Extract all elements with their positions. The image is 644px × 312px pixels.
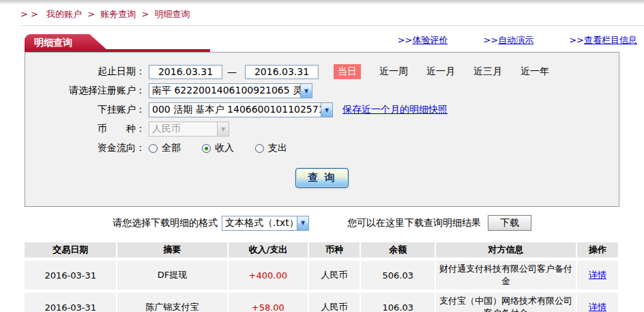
flow-radio[interactable] [149, 144, 158, 153]
end-date-input[interactable] [245, 65, 319, 79]
column-header-counterparty: 对方信息 [436, 242, 575, 257]
registered-account-select[interactable]: 南平 6222001406100921065 灵通卡 ▼ [149, 83, 312, 98]
tab-detail-query: 明细查询 [25, 34, 108, 51]
chevron-down-icon[interactable]: ▼ [300, 84, 312, 98]
cell-date: 2016-03-31 [25, 261, 116, 289]
detail-link[interactable]: 详情 [589, 302, 606, 312]
chevron-down-icon: ▼ [217, 122, 229, 136]
download-result-label: 您可以在这里下载查询明细结果 [347, 217, 481, 229]
download-row: 请您选择下载明细的格式 文本格式（.txt） ▼ 您可以在这里下载查询明细结果 … [0, 215, 644, 231]
quick-range-today[interactable]: 当日 [334, 64, 361, 79]
cell-date: 2016-03-31 [25, 293, 116, 312]
transactions-table: 交易日期 摘要 收入/支出 币种 余额 对方信息 操作 2016-03-31 D… [23, 239, 619, 312]
flow-option-income[interactable]: 收入 [202, 142, 234, 154]
cell-action: 详情 [577, 261, 618, 289]
column-header-amount: 收入/支出 [229, 242, 308, 257]
cell-amount: +400.00 [229, 261, 308, 289]
table-row: 2016-03-31 DF提现 +400.00 人民币 506.03 财付通支付… [25, 261, 618, 289]
top-gradient-bar [0, 0, 644, 5]
cell-balance: 106.03 [361, 293, 435, 312]
sub-account-row: 下挂账户： 000 活期 基本户 1406600101102571848 ▼ 保… [25, 100, 619, 119]
query-form-panel: 起止日期： — 当日 近一周 近一月 近三月 近一年 请选择注册账户： 南平 6… [25, 52, 619, 207]
breadcrumb-prefix: > > [20, 9, 38, 19]
link-auto-demo[interactable]: >>自动演示 [483, 34, 533, 46]
breadcrumb-item-detail-query[interactable]: 明细查询 [154, 9, 190, 19]
flow-radio[interactable] [255, 144, 264, 153]
currency-label: 币 种： [25, 123, 145, 135]
currency-select-disabled: 人民币 ▼ [149, 122, 229, 137]
table-header-row: 交易日期 摘要 收入/支出 币种 余额 对方信息 操作 [25, 242, 618, 257]
cell-amount: +58.00 [229, 293, 308, 312]
column-header-currency: 币种 [309, 242, 360, 257]
start-date-input[interactable] [149, 65, 222, 79]
breadcrumb: > > 我的账户 > 账务查询 > 明细查询 [20, 8, 644, 20]
chevron-down-icon[interactable]: ▼ [297, 216, 308, 230]
link-experience-rating[interactable]: >>体验评价 [398, 34, 448, 46]
divider-line [20, 25, 644, 26]
quick-range-year[interactable]: 近一年 [521, 66, 549, 78]
date-range-row: 起止日期： — 当日 近一周 近一月 近三月 近一年 [25, 62, 619, 81]
query-button[interactable]: 查 询 [295, 168, 349, 188]
flow-radio[interactable] [202, 144, 211, 153]
cell-counterparty: 财付通支付科技有限公司客户备付金 [436, 261, 575, 289]
sub-account-select[interactable]: 000 活期 基本户 1406600101102571848 ▼ [149, 102, 333, 117]
detail-link[interactable]: 详情 [589, 270, 606, 280]
cell-currency: 人民币 [309, 261, 360, 289]
registered-account-row: 请选择注册账户： 南平 6222001406100921065 灵通卡 ▼ [25, 81, 619, 100]
currency-row: 币 种： 人民币 ▼ [25, 119, 619, 139]
cell-summary: DF提现 [117, 261, 226, 289]
table-row: 2016-03-31 陈广锦支付宝 +58.00 人民币 106.03 支付宝（… [25, 293, 618, 312]
download-format-label: 请您选择下载明细的格式 [113, 217, 218, 229]
quick-range-week[interactable]: 近一周 [379, 66, 408, 78]
quick-range-month[interactable]: 近一月 [426, 66, 455, 78]
breadcrumb-item-account-query[interactable]: 账务查询 [100, 9, 136, 19]
download-button[interactable]: 下载 [488, 215, 531, 231]
save-monthly-snapshot-link[interactable]: 保存近一个月的明细快照 [342, 104, 448, 116]
date-dash: — [227, 66, 237, 77]
download-format-select[interactable]: 文本格式（.txt） ▼ [222, 216, 309, 231]
cell-summary: 陈广锦支付宝 [117, 293, 226, 312]
flow-option-all[interactable]: 全部 [149, 142, 181, 154]
breadcrumb-separator: > [87, 9, 95, 19]
flow-option-expense[interactable]: 支出 [255, 142, 287, 154]
cell-currency: 人民币 [309, 293, 360, 312]
registered-account-label: 请选择注册账户： [25, 85, 145, 97]
fund-flow-label: 资金流向： [25, 142, 145, 154]
tab-header-row: 明细查询 >>体验评价 >>自动演示 >>查看栏目信息 [0, 30, 644, 52]
column-header-date: 交易日期 [25, 242, 116, 257]
cell-balance: 506.03 [361, 261, 435, 289]
cell-counterparty: 支付宝（中国）网络技术有限公司客户备付金 [436, 293, 575, 312]
column-header-action: 操作 [577, 242, 618, 257]
cell-action: 详情 [577, 293, 618, 312]
column-header-summary: 摘要 [117, 242, 226, 257]
breadcrumb-separator: > [141, 9, 149, 19]
chevron-down-icon[interactable]: ▼ [321, 103, 332, 117]
sub-account-label: 下挂账户： [25, 104, 145, 116]
column-header-balance: 余额 [361, 242, 435, 257]
quick-range-quarter[interactable]: 近三月 [473, 66, 502, 78]
breadcrumb-item-my-account[interactable]: 我的账户 [46, 9, 82, 19]
link-view-column-info[interactable]: >>查看栏目信息 [569, 34, 637, 46]
fund-flow-row: 资金流向： 全部 收入 支出 [25, 139, 619, 158]
date-range-label: 起止日期： [25, 66, 145, 78]
